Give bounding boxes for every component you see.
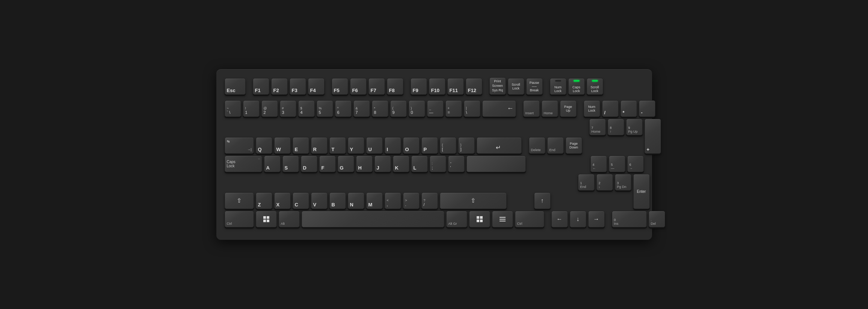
- key-numpad-enter[interactable]: Enter: [633, 174, 650, 209]
- key-q[interactable]: Q: [256, 137, 272, 154]
- key-r[interactable]: R: [311, 137, 328, 154]
- key-right-bracket[interactable]: } ]: [458, 137, 475, 154]
- key-numpad-9[interactable]: 9 Pg Up: [626, 119, 643, 135]
- key-slash[interactable]: ? /: [421, 192, 438, 209]
- key-pause[interactable]: Pause──Break: [526, 78, 543, 95]
- key-l[interactable]: L: [411, 156, 428, 172]
- key-insert[interactable]: Insert: [523, 100, 540, 117]
- key-backslash[interactable]: | \: [464, 100, 480, 117]
- key-numpad-asterisk[interactable]: *: [620, 100, 637, 117]
- key-f4[interactable]: F4: [308, 78, 325, 95]
- key-page-down[interactable]: PageDown: [566, 137, 582, 154]
- key-numpad-0[interactable]: 0 Ins: [612, 211, 647, 227]
- key-j[interactable]: J: [374, 156, 391, 172]
- key-numpad-6[interactable]: 6 →: [627, 156, 644, 172]
- key-0[interactable]: ) 0: [409, 100, 425, 117]
- key-s[interactable]: S: [282, 156, 299, 172]
- key-f2[interactable]: F2: [271, 78, 288, 95]
- key-z[interactable]: Z: [256, 192, 272, 209]
- key-numpad-8[interactable]: 8 ↑: [608, 119, 624, 135]
- key-b[interactable]: B: [329, 192, 346, 209]
- key-e[interactable]: E: [293, 137, 309, 154]
- key-win-right[interactable]: [469, 211, 490, 227]
- key-x[interactable]: X: [274, 192, 291, 209]
- key-n[interactable]: N: [348, 192, 364, 209]
- key-equals[interactable]: + =: [445, 100, 462, 117]
- key-enter[interactable]: ↵: [477, 137, 522, 154]
- key-ctrl-right[interactable]: Ctrl: [515, 211, 544, 227]
- key-comma[interactable]: < ,: [385, 192, 401, 209]
- key-alt-left[interactable]: Alt: [279, 211, 300, 227]
- key-f5[interactable]: F5: [332, 78, 348, 95]
- key-4[interactable]: $ 4: [298, 100, 315, 117]
- key-m[interactable]: M: [366, 192, 383, 209]
- key-left-bracket[interactable]: { [: [440, 137, 456, 154]
- key-print-screen[interactable]: PrintScreenSys Rq: [489, 77, 506, 94]
- key-t[interactable]: T: [329, 137, 346, 154]
- key-page-up[interactable]: PageUp: [560, 100, 577, 117]
- key-num-lock-indicator[interactable]: NumLock: [550, 78, 566, 95]
- key-c[interactable]: C: [293, 192, 309, 209]
- key-backtick[interactable]: ~ ` \: [225, 100, 241, 117]
- key-arrow-down[interactable]: ↓: [570, 211, 586, 227]
- key-w[interactable]: W: [274, 137, 291, 154]
- key-o[interactable]: O: [403, 137, 420, 154]
- key-v[interactable]: V: [311, 192, 328, 209]
- key-minus[interactable]: _ —: [427, 100, 444, 117]
- key-8[interactable]: * 8: [372, 100, 388, 117]
- key-5[interactable]: % 5: [317, 100, 333, 117]
- key-scroll-lock[interactable]: ScrollLock: [508, 78, 524, 95]
- key-end[interactable]: End: [547, 137, 564, 154]
- key-arrow-right[interactable]: →: [588, 211, 605, 227]
- key-win-left[interactable]: [256, 211, 277, 227]
- key-u[interactable]: U: [366, 137, 383, 154]
- key-a[interactable]: A: [264, 156, 281, 172]
- key-enter-bottom[interactable]: [466, 156, 526, 172]
- key-apostrophe[interactable]: " ': [448, 156, 465, 172]
- key-tab[interactable]: ↹ →|: [225, 137, 254, 154]
- key-f6[interactable]: F6: [350, 78, 367, 95]
- key-ctrl-left[interactable]: Ctrl: [225, 211, 254, 227]
- key-numpad-2[interactable]: 2 ↓: [596, 174, 613, 191]
- key-scroll-lock-indicator[interactable]: ScrollLock: [587, 78, 603, 95]
- key-caps-lock-indicator[interactable]: CapsLock: [568, 78, 585, 95]
- key-f12[interactable]: F12: [466, 78, 482, 95]
- key-7[interactable]: & 7: [353, 100, 370, 117]
- key-delete[interactable]: Delete: [529, 137, 545, 154]
- key-f7[interactable]: F7: [368, 78, 385, 95]
- key-f9[interactable]: F9: [411, 78, 427, 95]
- key-shift-right[interactable]: ⇧: [440, 192, 507, 209]
- key-shift-left[interactable]: ⇧: [225, 192, 254, 209]
- key-esc[interactable]: Esc: [225, 78, 246, 95]
- key-numpad-5[interactable]: 5 —: [609, 156, 625, 172]
- key-menu[interactable]: [492, 211, 513, 227]
- key-2[interactable]: @ 2: [261, 100, 278, 117]
- key-6[interactable]: ^ 6: [335, 100, 352, 117]
- key-f3[interactable]: F3: [290, 78, 306, 95]
- key-3[interactable]: # 3: [280, 100, 296, 117]
- key-f10[interactable]: F10: [429, 78, 445, 95]
- key-numpad-slash[interactable]: /: [602, 100, 619, 117]
- key-numpad-minus[interactable]: -: [639, 100, 655, 117]
- key-d[interactable]: D: [301, 156, 317, 172]
- key-f11[interactable]: F11: [447, 78, 464, 95]
- key-semicolon[interactable]: : ;: [430, 156, 446, 172]
- key-i[interactable]: I: [385, 137, 401, 154]
- key-caps-lock[interactable]: CapsLock: [225, 156, 262, 172]
- key-9[interactable]: ( 9: [390, 100, 407, 117]
- key-g[interactable]: G: [338, 156, 354, 172]
- key-numpad-del[interactable]: . Del: [649, 211, 665, 227]
- key-altgr[interactable]: Alt Gr: [446, 211, 467, 227]
- key-numpad-numlock[interactable]: NumLock: [584, 100, 600, 117]
- key-period[interactable]: > .: [403, 192, 420, 209]
- key-home[interactable]: Home: [542, 100, 558, 117]
- key-arrow-left[interactable]: ←: [551, 211, 568, 227]
- key-numpad-3[interactable]: 3 Pg Dn: [615, 174, 631, 191]
- key-numpad-7[interactable]: 7 Home: [589, 119, 606, 135]
- key-1[interactable]: ! 1: [243, 100, 260, 117]
- key-backspace[interactable]: ←: [482, 100, 516, 117]
- key-f1[interactable]: F1: [253, 78, 269, 95]
- key-y[interactable]: Y: [348, 137, 364, 154]
- key-numpad-4[interactable]: 4 ←: [590, 156, 607, 172]
- key-space[interactable]: [302, 211, 444, 227]
